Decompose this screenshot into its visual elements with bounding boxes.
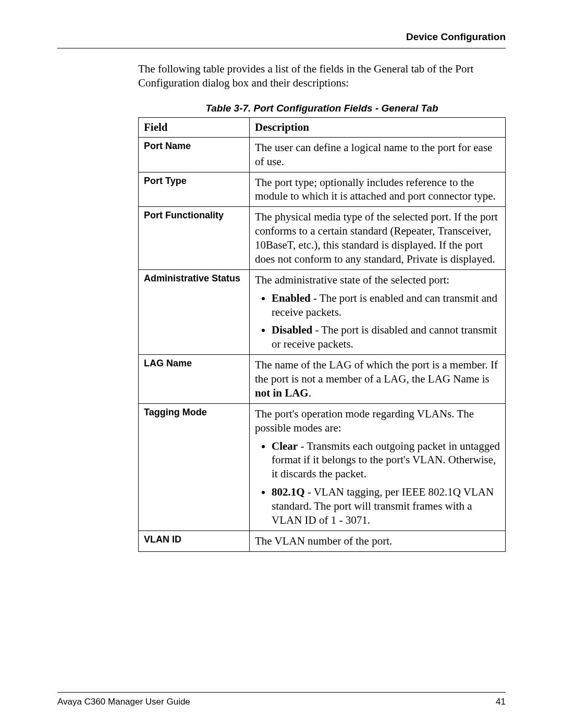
footer-rule (57, 692, 506, 693)
footer-guide-title: Avaya C360 Manager User Guide (57, 697, 190, 707)
field-label: VLAN ID (139, 530, 250, 551)
table-row: LAG Name The name of the LAG of which th… (139, 355, 506, 404)
bold-term: Enabled (272, 292, 311, 304)
lag-text-post: . (309, 387, 311, 399)
field-label: Port Type (139, 172, 250, 207)
table-row: Tagging Mode The port's operation mode r… (139, 403, 506, 530)
intro-paragraph: The following table provides a list of t… (138, 62, 506, 90)
section-header: Device Configuration (57, 31, 506, 43)
field-label: Port Name (139, 137, 250, 172)
table-caption: Table 3-7. Port Configuration Fields - G… (138, 103, 506, 114)
list-item: 802.1Q - VLAN tagging, per IEEE 802.1Q V… (272, 485, 500, 527)
bullet-text: - Transmits each outgoing packet in unta… (272, 440, 500, 480)
page-footer: Avaya C360 Manager User Guide 41 (57, 692, 506, 707)
bold-term: not in LAG (255, 387, 309, 399)
bold-term: Disabled (272, 324, 312, 336)
bold-term: 802.1Q (272, 486, 305, 498)
page: Device Configuration The following table… (0, 0, 563, 728)
table-row: Administrative Status The administrative… (139, 269, 506, 354)
table-header-row: Field Description (139, 117, 506, 137)
table-row: VLAN ID The VLAN number of the port. (139, 530, 506, 551)
list-item: Clear - Transmits each outgoing packet i… (272, 439, 500, 482)
list-item: Enabled - The port is enabled and can tr… (272, 291, 500, 319)
port-config-table: Field Description Port Name The user can… (138, 117, 506, 552)
table-row: Port Functionality The physical media ty… (139, 207, 506, 270)
table-row: Port Name The user can define a logical … (139, 137, 506, 172)
bullet-text: - VLAN tagging, per IEEE 802.1Q VLAN sta… (272, 486, 494, 526)
field-description: The physical media type of the selected … (250, 207, 506, 270)
footer-page-number: 41 (496, 697, 506, 707)
field-description: The port's operation mode regarding VLAN… (250, 403, 506, 530)
field-description: The name of the LAG of which the port is… (250, 355, 506, 404)
lag-text-pre: The name of the LAG of which the port is… (255, 359, 498, 385)
col-header-description: Description (250, 117, 506, 137)
field-description: The VLAN number of the port. (250, 530, 506, 551)
admin-status-bullets: Enabled - The port is enabled and can tr… (255, 291, 500, 352)
tagging-mode-bullets: Clear - Transmits each outgoing packet i… (255, 439, 500, 527)
list-item: Disabled - The port is disabled and cann… (272, 323, 500, 351)
field-label: Tagging Mode (139, 403, 250, 530)
field-label: Port Functionality (139, 207, 250, 270)
col-header-field: Field (139, 117, 250, 137)
field-description: The port type; optionally includes refer… (250, 172, 506, 207)
footer-row: Avaya C360 Manager User Guide 41 (57, 697, 506, 707)
table-row: Port Type The port type; optionally incl… (139, 172, 506, 207)
bold-term: Clear (272, 440, 298, 452)
admin-status-lead: The administrative state of the selected… (255, 273, 500, 287)
field-description: The administrative state of the selected… (250, 269, 506, 354)
body-area: The following table provides a list of t… (138, 62, 506, 552)
tagging-mode-lead: The port's operation mode regarding VLAN… (255, 407, 500, 435)
field-description: The user can define a logical name to th… (250, 137, 506, 172)
header-rule (57, 48, 506, 48)
field-label: Administrative Status (139, 269, 250, 354)
field-label: LAG Name (139, 355, 250, 404)
